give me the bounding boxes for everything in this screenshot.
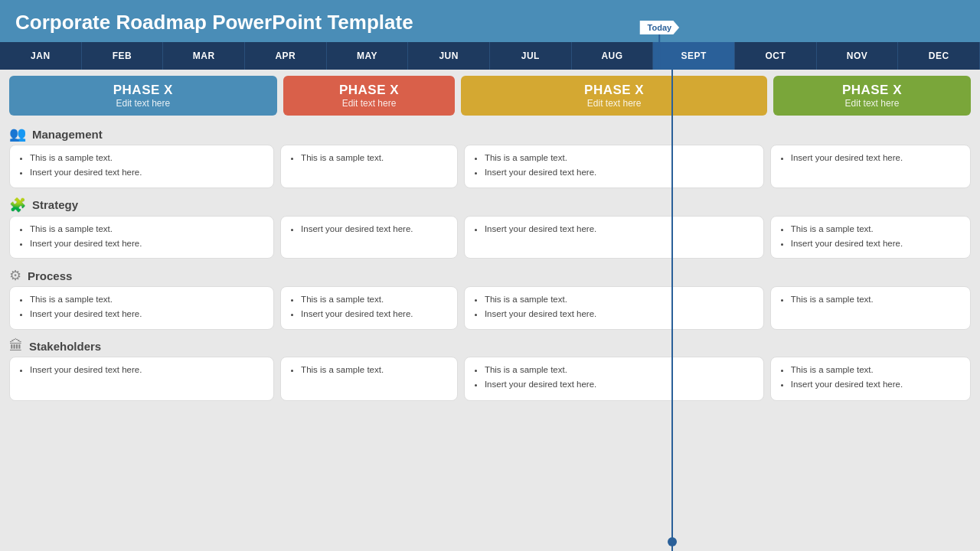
list-item: Insert your desired text here.	[30, 308, 264, 321]
list-item: This is a sample text.	[30, 223, 264, 236]
section-management: 👥 Management This is a sample text.Inser…	[0, 122, 980, 191]
stakeholders-card-3: This is a sample text.Insert your desire…	[464, 357, 764, 401]
phase-yellow-title: PHASE X	[584, 83, 644, 98]
section-process: ⚙ Process This is a sample text.Insert y…	[0, 263, 980, 333]
list-item: Insert your desired text here.	[485, 308, 754, 321]
month-dec: DEC	[898, 42, 980, 70]
process-card-4: This is a sample text.	[770, 286, 971, 330]
management-title: Management	[32, 128, 103, 141]
list-item: This is a sample text.	[301, 152, 448, 165]
management-card-2: This is a sample text.	[280, 145, 458, 188]
list-item: This is a sample text.	[791, 223, 961, 236]
list-item: This is a sample text.	[30, 152, 264, 165]
list-item: Insert your desired text here.	[301, 223, 448, 236]
phase-yellow: PHASE X Edit text here	[461, 76, 767, 116]
management-cards: This is a sample text.Insert your desire…	[9, 145, 971, 188]
section-stakeholders-header: 🏛 Stakeholders	[9, 334, 971, 357]
stakeholders-cards: Insert your desired text here. This is a…	[9, 357, 971, 401]
month-oct: OCT	[735, 42, 817, 70]
management-icon: 👥	[9, 126, 26, 142]
stakeholders-card-4: This is a sample text.Insert your desire…	[770, 357, 971, 401]
list-item: Insert your desired text here.	[485, 223, 754, 236]
month-may: MAY	[327, 42, 409, 70]
month-jun: JUN	[408, 42, 490, 70]
list-item: This is a sample text.	[791, 364, 961, 377]
month-bar: Today JAN FEB MAR APR MAY JUN JUL AUG SE…	[0, 42, 980, 70]
phase-yellow-subtitle: Edit text here	[587, 98, 642, 109]
section-management-header: 👥 Management	[9, 122, 971, 145]
list-item: Insert your desired text here.	[30, 364, 264, 377]
process-card-1: This is a sample text.Insert your desire…	[9, 286, 274, 330]
management-card-4: Insert your desired text here.	[770, 145, 971, 188]
month-nov: NOV	[817, 42, 899, 70]
slide-title: Corporate Roadmap PowerPoint Template	[0, 0, 980, 42]
strategy-title: Strategy	[32, 198, 78, 211]
list-item: This is a sample text.	[791, 293, 961, 306]
list-item: Insert your desired text here.	[30, 166, 264, 179]
management-card-3: This is a sample text.Insert your desire…	[464, 145, 764, 188]
list-item: Insert your desired text here.	[485, 166, 754, 179]
phase-green-title: PHASE X	[842, 83, 902, 98]
phase-blue-subtitle: Edit text here	[116, 98, 170, 109]
list-item: Insert your desired text here.	[791, 237, 961, 250]
today-circle-marker	[668, 537, 677, 546]
stakeholders-card-1: Insert your desired text here.	[9, 357, 274, 401]
list-item: Insert your desired text here.	[485, 378, 754, 391]
phase-orange: PHASE X Edit text here	[283, 76, 456, 116]
list-item: This is a sample text.	[301, 293, 448, 306]
phase-blue: PHASE X Edit text here	[9, 76, 277, 116]
month-jul: JUL	[490, 42, 572, 70]
month-sept: SEPT	[653, 42, 735, 70]
stakeholders-card-2: This is a sample text.	[280, 357, 458, 401]
content-area: PHASE X Edit text here PHASE X Edit text…	[0, 70, 980, 551]
strategy-card-2: Insert your desired text here.	[280, 216, 458, 259]
list-item: Insert your desired text here.	[791, 152, 961, 165]
month-apr: APR	[245, 42, 327, 70]
list-item: This is a sample text.	[485, 293, 754, 306]
today-flag: Today	[640, 21, 680, 34]
strategy-card-4: This is a sample text.Insert your desire…	[770, 216, 971, 259]
slide: Corporate Roadmap PowerPoint Template To…	[0, 0, 980, 551]
process-cards: This is a sample text.Insert your desire…	[9, 286, 971, 330]
stakeholders-title: Stakeholders	[29, 340, 101, 353]
phase-row: PHASE X Edit text here PHASE X Edit text…	[0, 70, 980, 122]
stakeholders-icon: 🏛	[9, 338, 23, 354]
strategy-card-3: Insert your desired text here.	[464, 216, 764, 259]
month-mar: MAR	[163, 42, 245, 70]
list-item: This is a sample text.	[485, 152, 754, 165]
process-title: Process	[28, 269, 72, 282]
today-label: Today	[640, 21, 680, 34]
section-strategy: 🧩 Strategy This is a sample text.Insert …	[0, 193, 980, 262]
phase-orange-title: PHASE X	[339, 83, 399, 98]
phase-green-subtitle: Edit text here	[845, 98, 900, 109]
list-item: Insert your desired text here.	[30, 237, 264, 250]
process-icon: ⚙	[9, 267, 21, 284]
process-card-2: This is a sample text.Insert your desire…	[280, 286, 458, 330]
process-card-3: This is a sample text.Insert your desire…	[464, 286, 764, 330]
section-strategy-header: 🧩 Strategy	[9, 193, 971, 216]
list-item: This is a sample text.	[485, 364, 754, 377]
phase-blue-title: PHASE X	[113, 83, 173, 98]
month-jan: JAN	[0, 42, 82, 70]
list-item: This is a sample text.	[30, 293, 264, 306]
section-process-header: ⚙ Process	[9, 263, 971, 286]
month-aug: AUG	[572, 42, 654, 70]
strategy-icon: 🧩	[9, 197, 26, 214]
strategy-card-1: This is a sample text.Insert your desire…	[9, 216, 274, 259]
management-card-1: This is a sample text.Insert your desire…	[9, 145, 274, 188]
section-stakeholders: 🏛 Stakeholders Insert your desired text …	[0, 334, 980, 404]
list-item: Insert your desired text here.	[301, 308, 448, 321]
list-item: Insert your desired text here.	[791, 378, 961, 391]
strategy-cards: This is a sample text.Insert your desire…	[9, 216, 971, 259]
phase-green: PHASE X Edit text here	[773, 76, 971, 116]
list-item: This is a sample text.	[301, 364, 448, 377]
phase-orange-subtitle: Edit text here	[342, 98, 397, 109]
month-feb: FEB	[82, 42, 164, 70]
